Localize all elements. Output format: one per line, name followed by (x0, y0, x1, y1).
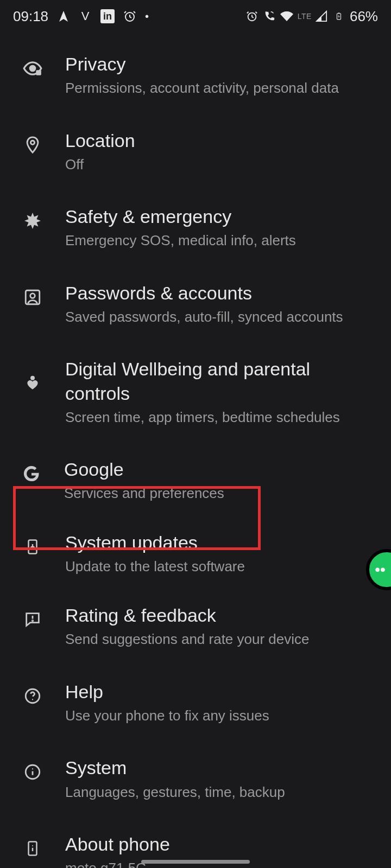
status-time: 09:18 (13, 8, 48, 25)
item-title: Digital Wellbeing and parental controls (65, 357, 378, 405)
status-bar: 09:18 V in • LTE 66% (0, 0, 391, 33)
svg-point-14 (32, 699, 33, 700)
item-subtitle: Saved passwords, auto-fill, synced accou… (65, 307, 378, 327)
settings-item-help[interactable]: Help Use your phone to fix any issues (0, 665, 391, 741)
item-title: Passwords & accounts (65, 281, 378, 305)
more-dots-icon: •• (375, 561, 386, 578)
settings-item-safety[interactable]: Safety & emergency Emergency SOS, medica… (0, 189, 391, 266)
item-text: Google Services and preferences (64, 457, 378, 503)
alarm-icon (245, 10, 258, 23)
emergency-icon (22, 210, 43, 232)
svg-point-19 (32, 845, 33, 846)
location-icon (22, 134, 43, 156)
item-title: System updates (65, 531, 378, 554)
wifi-icon (280, 10, 293, 23)
privacy-icon (22, 58, 43, 79)
item-subtitle: Use your phone to fix any issues (65, 706, 378, 725)
item-text: System updates Update to the latest soft… (65, 531, 378, 577)
letter-v-icon: V (79, 10, 92, 23)
item-text: System Languages, gestures, time, backup (65, 756, 378, 802)
item-subtitle: Languages, gestures, time, backup (65, 782, 378, 802)
item-title: About phone (65, 832, 378, 856)
settings-item-system-updates[interactable]: System updates Update to the latest soft… (0, 519, 391, 589)
battery-icon (332, 10, 345, 23)
account-box-icon (22, 286, 43, 308)
settings-item-google[interactable]: Google Services and preferences (0, 442, 391, 519)
signal-icon (315, 10, 328, 23)
svg-point-4 (30, 66, 35, 71)
item-title: Location (65, 129, 378, 152)
item-title: Safety & emergency (65, 205, 378, 228)
settings-item-passwords[interactable]: Passwords & accounts Saved passwords, au… (0, 266, 391, 342)
feedback-icon (22, 609, 43, 630)
battery-percentage: 66% (350, 8, 378, 25)
item-title: Google (64, 457, 378, 481)
settings-item-privacy[interactable]: Privacy Permissions, account activity, p… (0, 37, 391, 113)
svg-rect-5 (36, 70, 41, 75)
svg-point-6 (30, 141, 34, 144)
item-subtitle: Off (65, 155, 378, 174)
svg-point-8 (30, 293, 35, 298)
settings-item-system[interactable]: System Languages, gestures, time, backup (0, 741, 391, 817)
item-title: Help (65, 680, 378, 704)
item-text: Digital Wellbeing and parental controls … (65, 357, 378, 427)
send-icon (57, 10, 70, 23)
more-notifications-icon: • (145, 11, 149, 22)
settings-list: Privacy Permissions, account activity, p… (0, 33, 391, 868)
item-text: Rating & feedback Send suggestions and r… (65, 603, 378, 649)
item-text: Privacy Permissions, account activity, p… (65, 52, 378, 98)
item-subtitle: Send suggestions and rate your device (65, 629, 378, 649)
item-text: Help Use your phone to fix any issues (65, 680, 378, 726)
item-subtitle: Update to the latest software (65, 557, 378, 576)
settings-item-wellbeing[interactable]: Digital Wellbeing and parental controls … (0, 342, 391, 442)
item-subtitle: Screen time, app timers, bedtime schedul… (65, 407, 378, 427)
item-subtitle: Permissions, account activity, personal … (65, 78, 378, 98)
network-type-label: LTE (298, 12, 312, 21)
wifi-calling-icon (263, 10, 276, 23)
alarm-notification-icon (123, 10, 136, 23)
item-subtitle: Services and preferences (64, 483, 378, 503)
wellbeing-icon (22, 372, 43, 394)
item-title: Rating & feedback (65, 603, 378, 627)
item-subtitle: Emergency SOS, medical info, alerts (65, 231, 378, 250)
item-text: Safety & emergency Emergency SOS, medica… (65, 205, 378, 251)
item-title: System (65, 756, 378, 780)
status-left: 09:18 V in • (13, 8, 149, 25)
svg-rect-3 (338, 13, 340, 14)
system-update-icon (22, 536, 43, 558)
item-text: Location Off (65, 129, 378, 175)
item-text: Passwords & accounts Saved passwords, au… (65, 281, 378, 327)
help-icon (22, 685, 43, 707)
google-icon (21, 463, 42, 484)
settings-item-location[interactable]: Location Off (0, 113, 391, 190)
info-icon (22, 761, 43, 783)
settings-item-feedback[interactable]: Rating & feedback Send suggestions and r… (0, 588, 391, 665)
linkedin-icon: in (100, 9, 115, 23)
svg-point-16 (32, 769, 33, 770)
about-phone-icon (22, 838, 43, 859)
svg-point-9 (31, 376, 34, 379)
gesture-bar[interactable] (141, 860, 250, 864)
status-right: LTE 66% (245, 8, 378, 25)
item-title: Privacy (65, 52, 378, 76)
svg-point-12 (32, 621, 33, 621)
